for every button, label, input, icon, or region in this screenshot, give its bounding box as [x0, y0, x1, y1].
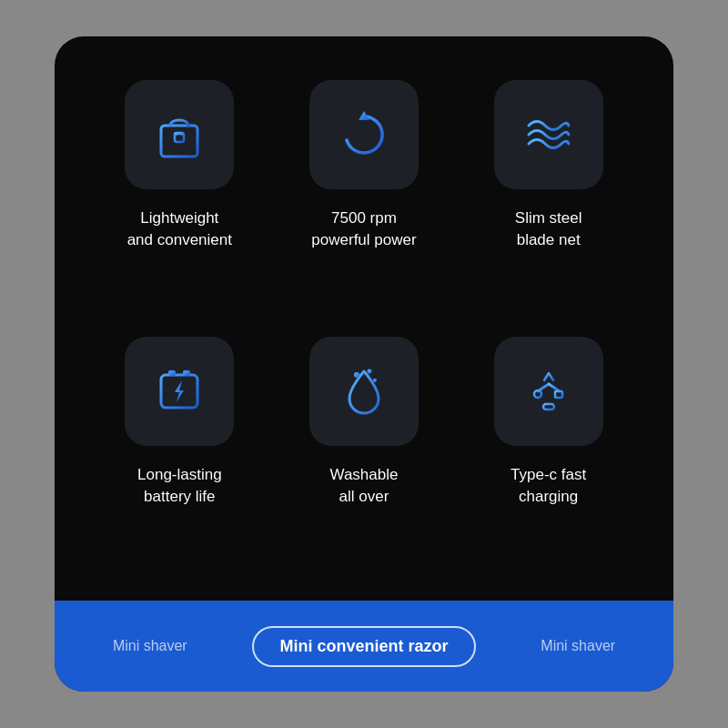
feature-battery: Long-lasting battery life [98, 337, 261, 571]
background: Lightweight and convenient [0, 0, 728, 728]
feature-label-battery: Long-lasting battery life [137, 464, 222, 508]
icon-box-battery [125, 337, 234, 446]
refresh-power-icon [335, 106, 393, 164]
shopping-bag-icon [150, 106, 208, 164]
feature-washable: Washable all over [283, 337, 446, 571]
feature-lightweight: Lightweight and convenient [98, 80, 261, 315]
tab-mini-razor[interactable]: Mini convenient razor [252, 626, 475, 667]
feature-label-washable: Washable all over [330, 464, 399, 508]
svg-point-12 [534, 390, 541, 398]
battery-bolt-icon [150, 362, 208, 420]
svg-rect-13 [555, 391, 562, 398]
svg-rect-4 [168, 370, 176, 376]
icon-box-lightweight [125, 80, 234, 189]
usb-icon [520, 362, 578, 420]
tab-bar: Mini shaver Mini convenient razor Mini s… [55, 601, 673, 692]
feature-rpm: 7500 rpm powerful power [283, 80, 446, 315]
icon-box-rpm [309, 80, 419, 189]
icon-box-washable [309, 337, 419, 446]
icon-box-charging [494, 337, 603, 446]
tab-mini-shaver-right[interactable]: Mini shaver [526, 631, 630, 662]
wave-blade-icon [520, 106, 578, 164]
svg-point-7 [367, 369, 371, 374]
feature-label-charging: Type-c fast charging [511, 464, 586, 508]
svg-point-8 [373, 379, 377, 382]
icon-box-blade [494, 80, 603, 189]
svg-point-6 [354, 372, 359, 378]
feature-charging: Type-c fast charging [467, 337, 630, 571]
feature-label-lightweight: Lightweight and convenient [127, 207, 232, 251]
feature-label-rpm: 7500 rpm powerful power [311, 207, 416, 251]
product-card: Lightweight and convenient [55, 36, 673, 692]
feature-blade: Slim steel blade net [467, 80, 630, 315]
tab-mini-shaver-left[interactable]: Mini shaver [98, 631, 202, 662]
feature-label-blade: Slim steel blade net [515, 207, 582, 251]
svg-rect-5 [183, 370, 190, 376]
water-drop-icon [335, 362, 393, 420]
features-grid: Lightweight and convenient [55, 36, 673, 601]
